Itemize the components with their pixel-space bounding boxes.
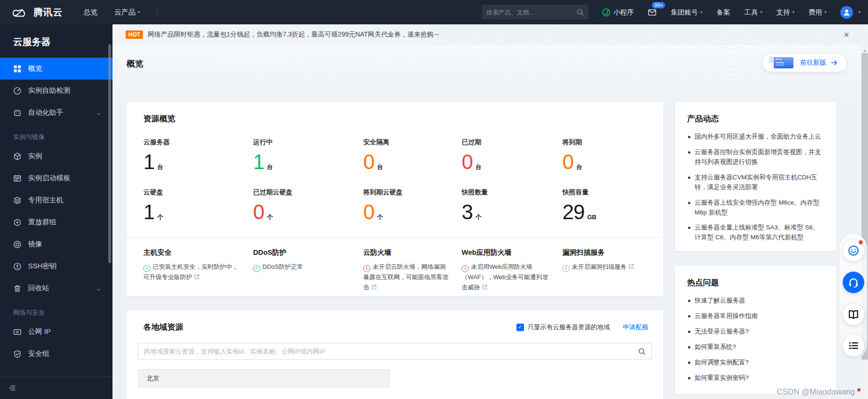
stat-安全隔离: 安全隔离0台: [363, 138, 462, 172]
stat-value[interactable]: 0: [562, 152, 573, 172]
messages-button[interactable]: 99+: [648, 8, 657, 17]
list-item[interactable]: 如何调整实例配置?: [687, 358, 824, 368]
promo-text[interactable]: 网络产品限时钜惠，流量包1分钱起，负载均衡7.3折起，最高可领299元NAT网关…: [148, 30, 440, 39]
sidebar-item-instances[interactable]: 实例: [0, 145, 112, 167]
region-search[interactable]: [138, 343, 652, 360]
topnav-menu-0[interactable]: 集团账号▾: [671, 8, 703, 17]
search-icon[interactable]: [576, 8, 584, 16]
sidebar-item-security-groups[interactable]: 安全组: [0, 343, 112, 365]
external-link-icon[interactable]: [371, 283, 377, 288]
csdn-watermark: CSDN @Miaodawang: [777, 387, 861, 397]
miniprogram-link[interactable]: 小程序: [602, 8, 634, 17]
sidebar-item-overview[interactable]: 概览: [0, 58, 112, 80]
stat-云服务器: 云服务器1台: [143, 138, 253, 172]
close-icon[interactable]: ×: [844, 30, 849, 39]
list-item[interactable]: 云服务器控制台实例页面新增页签视图，并支持与列表视图进行切换: [687, 148, 824, 167]
sidebar-item-public-ip[interactable]: IP公网 IP: [0, 321, 112, 343]
region-search-input[interactable]: [144, 348, 638, 355]
list-item[interactable]: 云服务器上线安全增强内存型 M6ce、内存型 M6p 新机型: [687, 198, 824, 218]
primary-nav: 总览云产品▾: [83, 8, 140, 17]
stat-value[interactable]: 3: [462, 202, 472, 222]
documentation-button[interactable]: [843, 303, 864, 325]
placement-group-icon: [13, 218, 22, 227]
launch-template-icon: [13, 174, 22, 183]
topnav-item-0[interactable]: 总览: [83, 8, 97, 17]
region-tab-beijing[interactable]: 北京: [138, 369, 389, 388]
global-search[interactable]: [482, 5, 589, 20]
hot-questions-card: 热点问题 快速了解云服务器云服务器常用操作指南无法登录云服务器?如何重装系统?如…: [675, 266, 836, 394]
hot-questions-list: 快速了解云服务器云服务器常用操作指南无法登录云服务器?如何重装系统?如何调整实例…: [687, 296, 824, 383]
sidebar-item-instance-self-check[interactable]: 实例自助检测: [0, 80, 112, 102]
sidebar-item-placement-groups[interactable]: 置放群组: [0, 211, 112, 233]
account-menu[interactable]: ▾: [840, 6, 861, 19]
filter-checkbox-label[interactable]: 只显示有云服务器资源的地域: [528, 323, 610, 332]
sidebar-item-label: 安全组: [28, 349, 49, 358]
go-to-new-version-button[interactable]: 前往新版: [762, 53, 847, 72]
miniprogram-icon: [602, 8, 611, 17]
region-resources-title: 各地域资源: [143, 322, 516, 332]
security-body: i未开启漏洞扫描服务: [562, 262, 646, 272]
external-link-icon[interactable]: [482, 283, 487, 288]
sidebar-item-launch-templates[interactable]: 实例启动模板: [0, 167, 112, 189]
topnav-menu-2[interactable]: 工具▾: [744, 8, 763, 17]
stat-unit: GB: [587, 214, 597, 221]
topnav-menu-label: 支持: [776, 8, 790, 17]
book-icon: [848, 309, 859, 320]
stat-value[interactable]: 0: [462, 152, 472, 172]
sidebar-item-automation-assistant[interactable]: 自动化助手: [0, 102, 112, 124]
stat-value[interactable]: 29: [562, 202, 584, 222]
list-item[interactable]: 如何重置实例密码?: [687, 373, 824, 383]
stat-value[interactable]: 0: [363, 202, 374, 222]
sidebar-item-dedicated-hosts[interactable]: 专用宿主机: [0, 189, 112, 211]
customer-service-button[interactable]: [843, 272, 864, 293]
stat-unit: 个: [157, 213, 163, 222]
new-version-thumbnail: [769, 56, 796, 70]
recycle-bin-icon: [13, 284, 22, 293]
global-search-input[interactable]: [486, 9, 576, 16]
list-item-text: 云服务器常用操作指南: [695, 312, 758, 319]
external-link-icon[interactable]: [194, 273, 200, 278]
list-item[interactable]: 快速了解云服务器: [687, 296, 824, 306]
topnav-menu-3[interactable]: 支持▾: [776, 8, 794, 17]
list-item[interactable]: 云服务器全量上线标准型 SA3、标准型 S6、计算型 C6、内存型 M6等第六代…: [687, 223, 824, 243]
list-item[interactable]: 云服务器常用操作指南: [687, 311, 824, 321]
sidebar-item-recycle-bin[interactable]: 回收站: [0, 277, 112, 299]
stat-value[interactable]: 1: [143, 202, 154, 222]
list-item[interactable]: 如何重装系统?: [687, 342, 824, 352]
list-item-text: 如何调整实例配置?: [695, 359, 749, 366]
status-ok-icon: ✓: [143, 265, 150, 272]
topnav-menu-label: 工具: [744, 8, 758, 17]
search-icon[interactable]: [638, 347, 646, 355]
sidebar-scrollbar-thumb[interactable]: [108, 44, 111, 263]
chevron-down-icon: ▾: [858, 10, 861, 15]
sidebar-item-ssh-keys[interactable]: SSH密钥: [0, 255, 112, 277]
topnav-menu-1[interactable]: 备案: [717, 8, 730, 17]
sidebar-item-label: 实例自助检测: [28, 86, 70, 95]
automation-assistant-icon: [13, 109, 22, 117]
scroll-up-icon[interactable]: [863, 46, 867, 51]
topnav-menu-4[interactable]: 费用▾: [808, 8, 827, 17]
apply-quota-link[interactable]: 申请配额: [623, 323, 648, 332]
topnav-item-1[interactable]: 云产品▾: [114, 8, 140, 17]
avatar[interactable]: [840, 6, 853, 19]
list-item[interactable]: 支持云服务器CVM实例和专用宿主机CDH互转，满足业务灵活部署: [687, 173, 824, 192]
stat-value[interactable]: 0: [363, 152, 374, 172]
feedback-smiley-button[interactable]: [843, 240, 864, 261]
collapse-sidebar-icon[interactable]: [8, 384, 16, 392]
survey-button[interactable]: [843, 335, 864, 356]
sidebar-footer: [0, 377, 112, 399]
stat-已过期: 已过期0台: [462, 138, 562, 172]
external-link-icon[interactable]: [629, 262, 634, 268]
list-item[interactable]: 国内外多可用区盛大开服，全面助力业务上云: [687, 132, 824, 142]
sidebar-item-images[interactable]: 镜像: [0, 233, 112, 255]
list-item[interactable]: 无法登录云服务器?: [687, 327, 824, 337]
filter-checkbox[interactable]: ✓: [516, 324, 524, 331]
list-item-text: 如何重装系统?: [695, 343, 736, 350]
survey-list-icon: [848, 340, 859, 351]
stat-label: 已过期: [462, 138, 562, 147]
stat-value[interactable]: 1: [253, 152, 264, 172]
stat-value[interactable]: 0: [253, 202, 264, 222]
tencent-cloud-logo[interactable]: 腾讯云: [10, 6, 63, 19]
decorative-waves: [112, 45, 868, 79]
stat-value[interactable]: 1: [143, 152, 154, 172]
